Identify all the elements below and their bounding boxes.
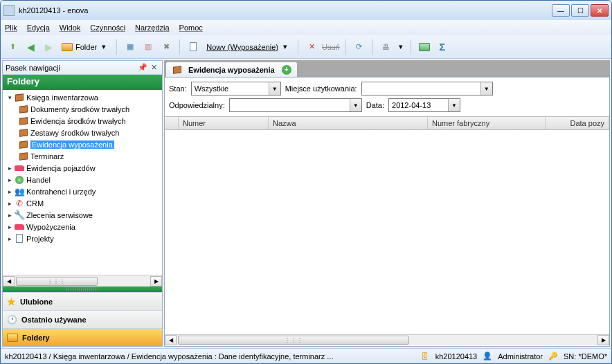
- grid-header: Numer Nazwa Numer fabryczny Data pozy: [165, 116, 609, 130]
- chevron-down-icon[interactable]: ▾: [397, 42, 405, 51]
- grid-hscrollbar[interactable]: ◀ ⋮⋮⋮ ▶: [165, 334, 609, 346]
- scroll-left-icon[interactable]: ◀: [3, 276, 15, 286]
- stan-combo[interactable]: Wszystkie▼: [191, 82, 281, 95]
- miejsce-combo[interactable]: ▼: [361, 82, 493, 95]
- tree-label: Projekty: [26, 235, 54, 243]
- tree-node[interactable]: ▸✆CRM: [3, 197, 162, 209]
- organize-icon[interactable]: ▥: [141, 39, 156, 55]
- new-doc-icon[interactable]: [186, 39, 201, 55]
- scroll-track[interactable]: ⋮⋮⋮: [177, 335, 597, 345]
- col-nazwa[interactable]: Nazwa: [269, 117, 428, 129]
- tree-node[interactable]: Dokumenty środków trwałych: [3, 103, 162, 115]
- status-path: kh20120413 / Księga inwentarzowa / Ewide…: [5, 352, 415, 361]
- body: Pasek nawigacji 📌 ✕ Foldery ▾Księga inwe…: [1, 59, 611, 348]
- grid-body[interactable]: [165, 130, 609, 334]
- sigma-icon[interactable]: Σ: [435, 39, 450, 55]
- tree-node[interactable]: Zestawy środków trwałych: [3, 127, 162, 138]
- tree-node[interactable]: ▸🔧Zlecenia serwisowe: [3, 209, 162, 221]
- nav-panel: Pasek nawigacji 📌 ✕ Foldery ▾Księga inwe…: [2, 60, 163, 347]
- acc-ostatnio[interactable]: 🕐Ostatnio używane: [3, 310, 162, 328]
- scroll-track[interactable]: ⋮⋮⋮: [15, 276, 150, 286]
- tab-ewidencja[interactable]: Ewidencja wyposażenia +: [165, 62, 298, 77]
- acc-label: Foldery: [22, 334, 50, 342]
- menu-czynnosci[interactable]: Czynności: [90, 24, 125, 32]
- pin-icon[interactable]: 📌: [137, 62, 148, 73]
- forward-icon[interactable]: ▶: [41, 39, 56, 55]
- delete-label: Usuń: [322, 43, 340, 51]
- window-title: kh20120413 - enova: [19, 6, 550, 15]
- tree-node[interactable]: ▸👥Kontrahenci i urzędy: [3, 185, 162, 197]
- status-user: Administrator: [498, 352, 543, 361]
- col-numer-fabryczny[interactable]: Numer fabryczny: [428, 117, 546, 129]
- scroll-thumb[interactable]: ⋮⋮⋮: [16, 277, 98, 286]
- folder-label: Folder: [75, 43, 97, 51]
- acc-ulubione[interactable]: ★Ulubione: [3, 292, 162, 310]
- odp-label: Odpowiedzialny:: [169, 101, 225, 109]
- tree-label: Wypożyczenia: [26, 223, 75, 231]
- filters: Stan: Wszystkie▼ Miejsce użytkowania: ▼ …: [165, 78, 609, 116]
- tree-node[interactable]: ▸Projekty: [3, 233, 162, 244]
- chevron-down-icon: ▼: [448, 99, 460, 111]
- maximize-button[interactable]: ☐: [571, 4, 589, 17]
- scroll-right-icon[interactable]: ▶: [597, 335, 609, 345]
- tree-label: Dokumenty środków trwałych: [30, 105, 129, 113]
- print-icon[interactable]: 🖶: [379, 39, 394, 55]
- add-tab-icon[interactable]: +: [282, 65, 291, 75]
- tree-node[interactable]: ▸Handel: [3, 174, 162, 185]
- menu-edycja[interactable]: Edycja: [27, 24, 50, 32]
- data-label: Data:: [366, 101, 384, 109]
- up-icon[interactable]: ⬆: [5, 39, 20, 55]
- key-icon: 🔑: [548, 352, 558, 361]
- menu-widok[interactable]: Widok: [60, 24, 81, 32]
- tree-label: Handel: [26, 176, 51, 184]
- tree-label: Ewidencja pojazdów: [26, 164, 96, 172]
- tools-icon[interactable]: ✖: [159, 39, 174, 55]
- menu-plik[interactable]: Plik: [5, 24, 17, 32]
- folder-button[interactable]: Folder ▾: [59, 39, 111, 55]
- tree-hscrollbar[interactable]: ◀ ⋮⋮⋮ ▶: [3, 275, 162, 286]
- grid-icon[interactable]: ▦: [123, 39, 138, 55]
- user-icon: 👤: [483, 352, 492, 361]
- tab-title: Ewidencja wyposażenia: [188, 66, 275, 74]
- col-data-pozy[interactable]: Data pozy: [546, 117, 609, 129]
- col-numer[interactable]: Numer: [179, 117, 269, 129]
- scroll-left-icon[interactable]: ◀: [165, 335, 177, 345]
- data-value: 2012-04-13: [389, 101, 448, 109]
- tabbar: Ewidencja wyposażenia +: [164, 60, 610, 77]
- new-button[interactable]: Nowy (Wyposażenie) ▾: [204, 39, 292, 55]
- data-combo[interactable]: 2012-04-13▼: [388, 98, 460, 112]
- back-icon[interactable]: ◀: [23, 39, 38, 55]
- tree-node-selected[interactable]: Ewidencja wyposażenia: [3, 138, 162, 150]
- status-db: kh20120413: [435, 352, 478, 361]
- scroll-thumb[interactable]: ⋮⋮⋮: [178, 336, 409, 345]
- minimize-button[interactable]: —: [552, 4, 570, 17]
- open-folder-icon[interactable]: [417, 39, 432, 55]
- toolbar: ⬆ ◀ ▶ Folder ▾ ▦ ▥ ✖ Nowy (Wyposażenie) …: [1, 35, 611, 59]
- tree-label: Zlecenia serwisowe: [26, 211, 93, 219]
- acc-foldery[interactable]: Foldery: [3, 328, 162, 346]
- nav-close-icon[interactable]: ✕: [148, 62, 159, 73]
- chevron-down-icon: ▾: [281, 42, 289, 51]
- titlebar: kh20120413 - enova — ☐ ✕: [1, 1, 611, 20]
- tree-label: Kontrahenci i urzędy: [26, 188, 96, 196]
- tree-node[interactable]: ▸Ewidencja pojazdów: [3, 162, 162, 174]
- menu-narzedzia[interactable]: Narzędzia: [135, 24, 170, 32]
- tree-node[interactable]: Terminarz: [3, 150, 162, 162]
- menu-pomoc[interactable]: Pomoc: [179, 24, 203, 32]
- nav-title: Pasek nawigacji: [6, 64, 137, 72]
- tree-label: Zestawy środków trwałych: [30, 129, 119, 137]
- delete-icon[interactable]: ✕: [304, 39, 319, 55]
- clock-icon: 🕐: [7, 315, 17, 325]
- odp-combo[interactable]: ▼: [229, 98, 362, 112]
- tree-node[interactable]: Ewidencja środków trwałych: [3, 115, 162, 127]
- scroll-right-icon[interactable]: ▶: [150, 276, 162, 286]
- stan-label: Stan:: [169, 84, 187, 93]
- gripper-icon[interactable]: [66, 287, 98, 291]
- refresh-icon[interactable]: ⟳: [352, 39, 367, 55]
- folders-header: Foldery: [3, 75, 162, 90]
- close-button[interactable]: ✕: [591, 4, 609, 17]
- tree-node[interactable]: ▸Wypożyczenia: [3, 221, 162, 233]
- nav-header: Pasek nawigacji 📌 ✕: [3, 61, 162, 75]
- tree-node[interactable]: ▾Księga inwentarzowa: [3, 91, 162, 103]
- col-rowheader[interactable]: [165, 117, 179, 129]
